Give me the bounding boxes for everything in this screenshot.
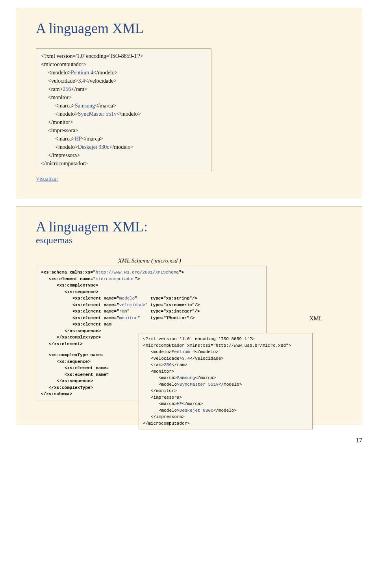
- slide-title: A linguagem XML:: [36, 218, 342, 235]
- ov-line: <microcomputador xmlns:xsi="http://www.u…: [143, 342, 308, 349]
- xml-line: <marca>Samsung</marca>: [41, 102, 206, 110]
- slide-subtitle: esquemas: [36, 235, 342, 246]
- schema-wrapper: XML Schema ( micro.xsd ) <xs:schema xmln…: [36, 257, 342, 401]
- ov-line: </impressora>: [143, 414, 308, 420]
- xml-line: </impressora>: [41, 151, 206, 159]
- schema-code-box: <xs:schema xmlns:xs="http://www.w3.org/2…: [36, 266, 267, 401]
- code-line: <xs:schema xmlns:xs="http://www.w3.org/2…: [41, 269, 261, 276]
- xml-line: <modelo>Deskejet 930c</modelo>: [41, 143, 206, 151]
- ov-line: <velocidade>3.4</velocidade>: [143, 355, 308, 362]
- xml-label: XML: [309, 315, 322, 322]
- ov-line: <ram>256</ram>: [143, 362, 308, 368]
- code-line: <xs:element name="ram" type="xs:integer"…: [41, 308, 261, 315]
- xml-line: <marca>HP</marca>: [41, 135, 206, 143]
- ov-line: </monitor>: [143, 388, 308, 394]
- xml-line: <modelo>Pentium 4</modelo>: [41, 68, 206, 77]
- xml-line: <modelo>SyncMaster 551v</modelo>: [41, 110, 206, 118]
- xml-code-box: <?xml version='1.0' encoding='ISO-8859-1…: [36, 48, 211, 171]
- xml-line: </monitor>: [41, 118, 206, 126]
- code-line: <xs:element name="monitor" type="TMonito…: [41, 315, 261, 322]
- code-line: <xs:sequence>: [41, 289, 261, 296]
- ov-line: <monitor>: [143, 368, 308, 375]
- xml-overlay-box: <?xml version='1.0' encoding='ISO-8859-1…: [139, 333, 313, 429]
- ov-line: <?xml version='1.0' encoding='ISO-8859-1…: [143, 336, 308, 342]
- code-line: <xs:complexType>: [41, 282, 261, 289]
- xml-line: </microcomputador>: [41, 159, 206, 168]
- code-line: <xs:element name="velocidade" type="xs:n…: [41, 302, 261, 309]
- xml-line: <velocidade>3.4</velocidade>: [41, 77, 206, 85]
- xml-line: <?xml version='1.0' encoding='ISO-8859-1…: [41, 52, 206, 60]
- ov-line: <modelo>Pentium 4</modelo>: [143, 349, 308, 355]
- page-number: 17: [0, 433, 378, 452]
- xml-line: <monitor>: [41, 93, 206, 102]
- xml-line: <microcomputador>: [41, 60, 206, 68]
- ov-line: <marca>HP</marca>: [143, 401, 308, 407]
- xml-line: <ram>256</ram>: [41, 85, 206, 93]
- slide-1: A linguagem XML <?xml version='1.0' enco…: [16, 8, 362, 198]
- code-line: <xs:element name="microcomputador">: [41, 276, 261, 283]
- visualizar-link[interactable]: Visualizar: [36, 176, 342, 182]
- ov-line: </microcomputador>: [143, 420, 308, 427]
- slide-2: A linguagem XML: esquemas XML Schema ( m…: [16, 206, 362, 425]
- ov-line: <modelo>SyncMaster 551v</modelo>: [143, 381, 308, 388]
- ov-line: <modelo>Deskejet 930c</modelo>: [143, 407, 308, 414]
- xml-line: <impressora>: [41, 126, 206, 135]
- slide-title: A linguagem XML: [36, 20, 342, 37]
- code-line: <xs:element name="modelo" type="xs:strin…: [41, 295, 261, 302]
- ov-line: <impressora>: [143, 394, 308, 401]
- code-line: <xs:element nam: [41, 321, 261, 328]
- schema-title: XML Schema ( micro.xsd ): [36, 257, 342, 264]
- ov-line: <marca>Samsung</marca>: [143, 375, 308, 381]
